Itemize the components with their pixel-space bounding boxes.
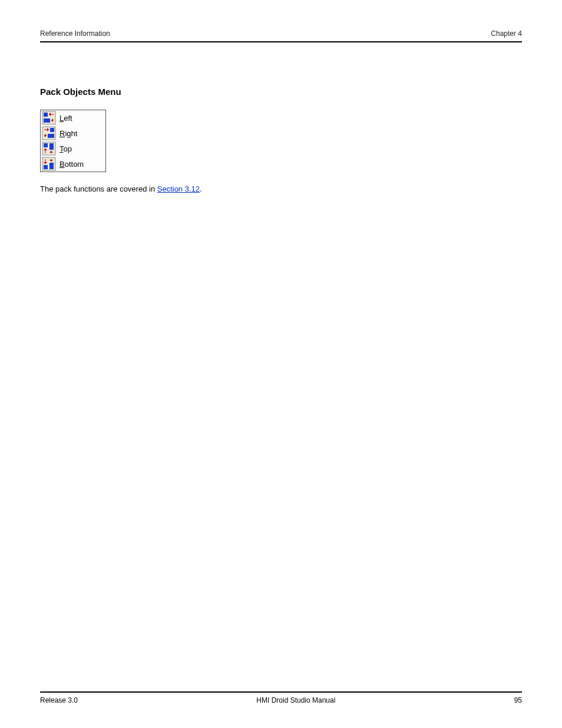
paragraph-after: . [200, 185, 202, 193]
section-link[interactable]: Section 3.12 [157, 185, 200, 193]
menu-label-bottom: Bottom [59, 160, 84, 169]
menu-label-top: Top [59, 144, 72, 153]
pack-bottom-icon [42, 157, 56, 171]
pack-top-icon [42, 141, 56, 156]
paragraph-before: The pack functions are covered in [40, 185, 157, 193]
section-heading: Pack Objects Menu [40, 87, 522, 97]
svg-rect-16 [49, 143, 54, 150]
menu-item-right[interactable]: Right [41, 126, 105, 141]
footer-right: 95 [514, 696, 522, 704]
pack-right-icon [42, 126, 56, 140]
body-paragraph: The pack functions are covered in Sectio… [40, 184, 441, 195]
svg-rect-22 [44, 165, 48, 169]
menu-item-left[interactable]: Left [41, 110, 105, 126]
footer-left: Release 3.0 [40, 696, 78, 704]
pack-left-icon [42, 111, 56, 125]
menu-label-right: Right [59, 129, 77, 138]
svg-rect-23 [49, 163, 54, 169]
menu-item-top[interactable]: Top [41, 141, 105, 156]
page-header: Reference Information Chapter 4 [40, 29, 522, 42]
menu-item-bottom[interactable]: Bottom [41, 156, 105, 172]
pack-objects-menu: Left Right [40, 110, 106, 172]
svg-rect-4 [44, 118, 50, 123]
footer-center: HMI Droid Studio Manual [256, 696, 335, 704]
svg-rect-1 [44, 113, 48, 117]
menu-label-left: Left [59, 114, 72, 123]
svg-rect-15 [44, 143, 48, 147]
svg-rect-11 [48, 134, 54, 138]
svg-rect-8 [50, 128, 54, 132]
page-footer: Release 3.0 HMI Droid Studio Manual 95 [40, 691, 522, 704]
header-left: Reference Information [40, 29, 110, 38]
header-right: Chapter 4 [491, 29, 522, 38]
